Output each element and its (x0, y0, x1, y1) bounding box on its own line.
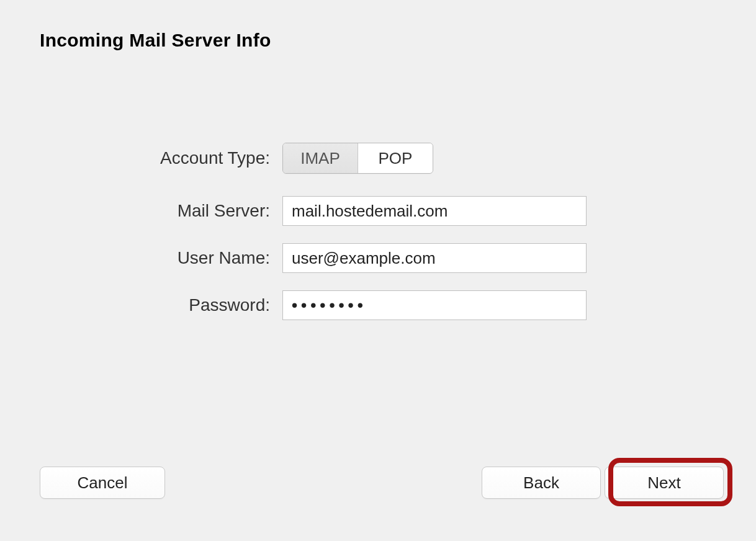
user-name-row: User Name: (0, 243, 756, 273)
mail-server-row: Mail Server: (0, 196, 756, 226)
password-label: Password: (0, 295, 282, 315)
next-button[interactable]: Next (605, 467, 724, 499)
account-type-option-imap[interactable]: IMAP (283, 143, 358, 173)
user-name-label: User Name: (0, 248, 282, 268)
back-button[interactable]: Back (482, 467, 601, 499)
user-name-input[interactable] (282, 243, 587, 273)
incoming-mail-server-dialog: Incoming Mail Server Info Account Type: … (0, 0, 756, 541)
server-info-form: Account Type: IMAP POP Mail Server: User… (0, 143, 756, 338)
account-type-label: Account Type: (0, 148, 282, 168)
mail-server-input[interactable] (282, 196, 587, 226)
cancel-button[interactable]: Cancel (40, 467, 165, 499)
password-input[interactable] (282, 290, 587, 320)
account-type-option-pop[interactable]: POP (358, 143, 433, 173)
account-type-segmented: IMAP POP (282, 143, 433, 174)
password-row: Password: (0, 290, 756, 320)
account-type-row: Account Type: IMAP POP (0, 143, 756, 174)
mail-server-label: Mail Server: (0, 201, 282, 221)
dialog-title: Incoming Mail Server Info (40, 30, 271, 51)
button-bar: Cancel Back Next (0, 467, 756, 504)
